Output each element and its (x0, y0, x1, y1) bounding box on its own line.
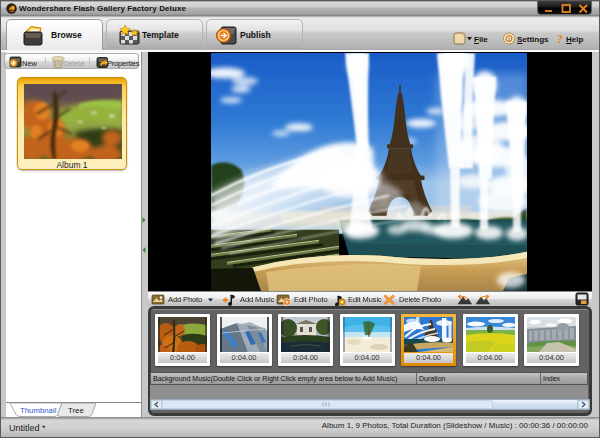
svg-text:Tree: Tree (68, 406, 84, 415)
svg-text:?: ? (557, 32, 563, 46)
svg-text:Thumbnail: Thumbnail (20, 406, 57, 415)
